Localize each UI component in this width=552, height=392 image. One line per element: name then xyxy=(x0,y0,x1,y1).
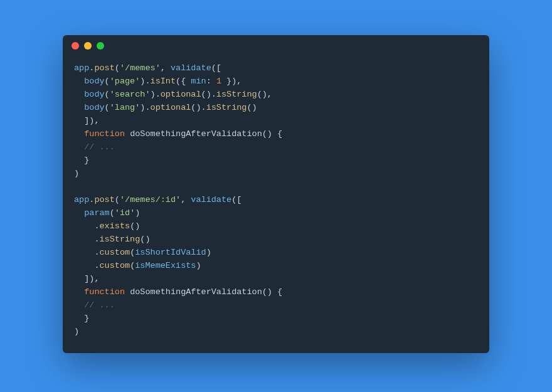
token-fn-name: doSomethingAfterValidation xyxy=(130,129,262,139)
token-optional: optional xyxy=(151,103,191,112)
token-isstring: isString xyxy=(216,90,257,99)
token-min: min xyxy=(191,77,206,86)
maximize-icon[interactable] xyxy=(97,42,104,50)
token-search: 'search' xyxy=(110,90,151,99)
token-custom: custom xyxy=(100,261,130,270)
token-validate: validate xyxy=(171,63,211,73)
token-body: body xyxy=(84,90,104,99)
token-comment: // ... xyxy=(84,142,115,152)
token-isint: isInt xyxy=(151,77,176,86)
token-isshortidvalid: isShortIdValid xyxy=(135,248,206,257)
token-app: app xyxy=(74,195,89,204)
token-validate: validate xyxy=(191,195,231,204)
token-ismemeexists: isMemeExists xyxy=(135,261,196,270)
close-icon[interactable] xyxy=(72,42,79,50)
titlebar xyxy=(63,35,489,56)
minimize-icon[interactable] xyxy=(84,42,92,50)
token-memes-id-path: '/memes/:id' xyxy=(120,195,181,204)
token-isstring: isString xyxy=(100,235,141,244)
token-function: function xyxy=(84,287,125,297)
code-block: app.post('/memes', validate([ body('page… xyxy=(63,56,489,353)
token-param: param xyxy=(84,208,110,218)
token-app: app xyxy=(74,63,89,73)
token-comment: // ... xyxy=(84,300,115,310)
token-function: function xyxy=(84,129,125,139)
code-window: app.post('/memes', validate([ body('page… xyxy=(63,35,489,353)
token-fn-name: doSomethingAfterValidation xyxy=(130,287,262,297)
token-body: body xyxy=(84,77,104,86)
token-lang: 'lang' xyxy=(110,103,141,112)
token-isstring: isString xyxy=(206,103,247,112)
token-body: body xyxy=(84,103,104,112)
token-post: post xyxy=(94,63,114,73)
token-optional: optional xyxy=(161,90,201,99)
token-exists: exists xyxy=(100,221,130,231)
token-min-val: 1 xyxy=(216,77,221,86)
token-page: 'page' xyxy=(110,77,141,86)
token-custom: custom xyxy=(100,248,130,257)
token-id: 'id' xyxy=(115,208,135,218)
token-post: post xyxy=(94,195,114,204)
token-memes-path: '/memes' xyxy=(120,63,161,73)
